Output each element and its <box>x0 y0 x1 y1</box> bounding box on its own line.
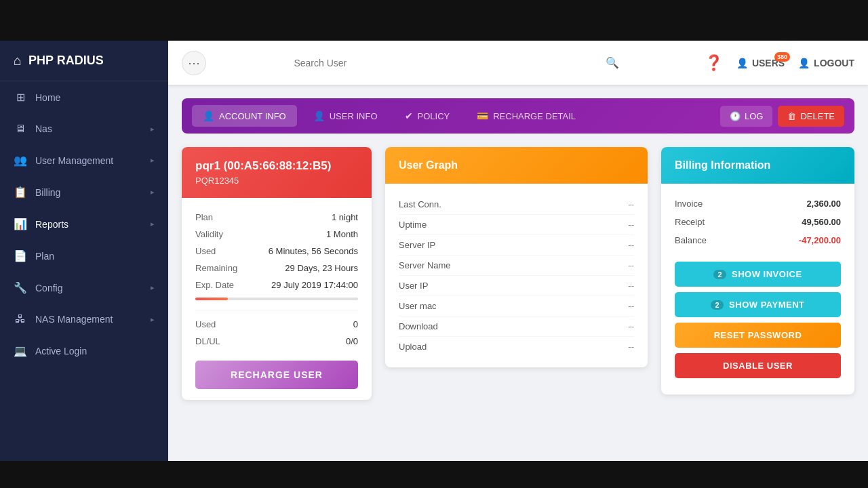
search-button[interactable]: 🔍 <box>600 51 625 75</box>
server-name-label: Server Name <box>399 260 451 270</box>
stat-row-server-ip: Server IP -- <box>399 235 634 256</box>
sidebar-item-nas-management[interactable]: 🖧 NAS Management ▸ <box>0 304 168 335</box>
stat-row-user-mac: User mac -- <box>399 296 634 317</box>
validity-value: 1 Month <box>326 229 358 239</box>
delete-icon: 🗑 <box>787 111 796 121</box>
sidebar-item-label: Reports <box>35 219 142 230</box>
recharge-user-button[interactable]: RECHARGE USER <box>195 361 358 389</box>
log-icon: 🕐 <box>730 111 741 121</box>
sidebar-item-home[interactable]: ⊞ Home <box>0 81 168 113</box>
navbar-actions: ❓ 👤 USERS 380 👤 LOGOUT <box>705 54 854 72</box>
users-button[interactable]: 👤 USERS 380 <box>736 58 785 68</box>
divider <box>195 310 358 310</box>
show-invoice-button[interactable]: 2 SHOW INVOICE <box>675 262 841 287</box>
chevron-icon: ▸ <box>151 220 155 228</box>
chevron-icon: ▸ <box>151 315 155 324</box>
sidebar-item-label: Active Login <box>35 346 155 357</box>
delete-label: DELETE <box>800 111 835 121</box>
sidebar-item-label: Billing <box>35 187 142 198</box>
stat-row-download: Download -- <box>399 317 634 337</box>
last-conn-value: -- <box>628 199 634 209</box>
receipt-value: 49,560.00 <box>802 217 841 227</box>
logout-label: LOGOUT <box>814 58 854 68</box>
progress-bar-bg <box>195 298 358 300</box>
help-button[interactable]: ❓ <box>705 54 723 72</box>
info-row-remaining: Remaining 29 Days, 23 Hours <box>195 260 358 277</box>
sidebar-item-nas[interactable]: 🖥 Nas ▸ <box>0 113 168 144</box>
user-info-icon: 👤 <box>313 110 325 121</box>
sidebar-item-billing[interactable]: 📋 Billing ▸ <box>0 176 168 208</box>
progress-bar-fill <box>195 298 228 300</box>
sidebar-item-plan[interactable]: 📄 Plan <box>0 240 168 272</box>
menu-button[interactable]: ⋯ <box>182 51 206 75</box>
nas-mgmt-icon: 🖧 <box>14 313 27 325</box>
chevron-icon: ▸ <box>151 125 155 134</box>
balance-value: -47,200.00 <box>799 235 841 245</box>
reset-password-button[interactable]: RESET PASSWORD <box>675 323 841 348</box>
sidebar-item-config[interactable]: 🔧 Config ▸ <box>0 272 168 304</box>
user-ip-value: -- <box>628 281 634 291</box>
home-nav-icon: ⊞ <box>14 91 27 104</box>
sidebar-item-label: Config <box>35 283 142 293</box>
log-button[interactable]: 🕐 LOG <box>720 106 772 127</box>
stat-row-last-conn: Last Conn. -- <box>399 195 634 215</box>
info-row-used: Used 6 Minutes, 56 Seconds <box>195 243 358 260</box>
plan-label: Plan <box>195 212 213 222</box>
users-badge: 380 <box>774 52 790 62</box>
plan-value: 1 night <box>332 212 358 222</box>
account-info-icon: 👤 <box>203 110 214 121</box>
invoice-label: Invoice <box>675 199 703 209</box>
delete-button[interactable]: 🗑 DELETE <box>778 106 844 127</box>
content-area: ⋯ 🔍 ❓ 👤 USERS 380 👤 LOGOUT <box>168 41 868 461</box>
chevron-icon: ▸ <box>151 188 155 197</box>
download-value: -- <box>628 321 634 331</box>
server-ip-value: -- <box>628 240 634 250</box>
exp-date-value: 29 July 2019 17:44:00 <box>271 280 358 290</box>
users-person-icon: 👤 <box>736 58 748 68</box>
sidebar-item-active-login[interactable]: 💻 Active Login <box>0 335 168 367</box>
used-label: Used <box>195 246 216 256</box>
users-icon: 👥 <box>14 154 27 167</box>
sidebar-item-label: User Management <box>35 155 142 166</box>
tab-user-info[interactable]: 👤 USER INFO <box>302 105 389 127</box>
sidebar-item-label: NAS Management <box>35 314 142 325</box>
graph-card-header: User Graph <box>385 147 648 184</box>
invoice-value: 2,360.00 <box>806 199 841 209</box>
info-row-exp-date: Exp. Date 29 July 2019 17:44:00 <box>195 277 358 293</box>
server-name-value: -- <box>628 260 634 270</box>
tab-recharge-detail[interactable]: 💳 RECHARGE DETAIL <box>466 105 587 127</box>
remaining-label: Remaining <box>195 263 237 273</box>
app-title: PHP RADIUS <box>28 54 104 68</box>
home-icon: ⌂ <box>14 53 22 68</box>
sidebar-item-user-management[interactable]: 👥 User Management ▸ <box>0 144 168 176</box>
user-mac-label: User mac <box>399 301 437 311</box>
sidebar-item-reports[interactable]: 📊 Reports ▸ <box>0 208 168 240</box>
server-ip-label: Server IP <box>399 240 435 250</box>
tab-account-info[interactable]: 👤 ACCOUNT INFO <box>192 105 297 127</box>
user-card-id: PQR12345 <box>195 176 358 186</box>
tab-label: RECHARGE DETAIL <box>493 111 576 121</box>
graph-card-body: Last Conn. -- Uptime -- Server IP -- S <box>385 184 648 367</box>
used-count-value: 0 <box>353 319 358 329</box>
download-label: Download <box>399 321 438 331</box>
info-row-dlul: DL/UL 0/0 <box>195 333 358 350</box>
uptime-label: Uptime <box>399 220 427 230</box>
tab-label: USER INFO <box>330 111 378 121</box>
balance-label: Balance <box>675 235 707 245</box>
tab-label: POLICY <box>418 111 450 121</box>
navbar: ⋯ 🔍 ❓ 👤 USERS 380 👤 LOGOUT <box>168 41 868 85</box>
disable-user-button[interactable]: DISABLE USER <box>675 353 841 378</box>
uptime-value: -- <box>628 220 634 230</box>
upload-label: Upload <box>399 342 427 352</box>
exp-date-label: Exp. Date <box>195 280 234 290</box>
user-card-title: pqr1 (00:A5:66:88:12:B5) <box>195 159 358 173</box>
logout-button[interactable]: 👤 LOGOUT <box>798 58 854 68</box>
chevron-icon: ▸ <box>151 156 155 165</box>
show-payment-label: SHOW PAYMENT <box>729 300 804 310</box>
billing-row-invoice: Invoice 2,360.00 <box>675 195 841 213</box>
show-payment-button[interactable]: 2 SHOW PAYMENT <box>675 292 841 317</box>
stat-row-uptime: Uptime -- <box>399 215 634 235</box>
validity-label: Validity <box>195 229 223 239</box>
search-input[interactable] <box>285 52 600 74</box>
tab-policy[interactable]: ✔ POLICY <box>394 105 461 127</box>
